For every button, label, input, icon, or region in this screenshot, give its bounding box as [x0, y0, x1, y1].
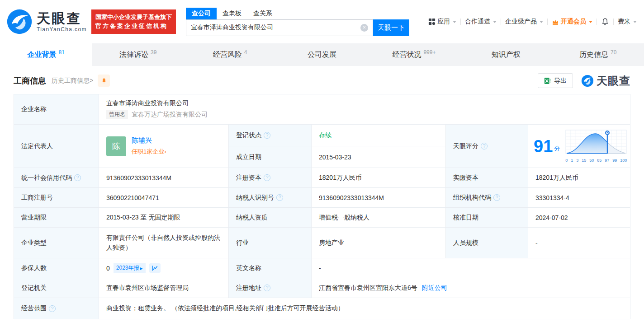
taxpayer-id-value: 91360902333013344M — [312, 188, 446, 208]
nav-enterprise[interactable]: 企业级产品 — [505, 18, 543, 26]
nav-divider — [501, 19, 501, 25]
search-tabs: 查公司 查老板 查关系 — [186, 8, 409, 19]
logo-domain: TianYanCha.com — [37, 26, 87, 33]
taxpayer-quality-value: 增值税一般纳税人 — [312, 208, 446, 228]
legal-rep-value: 陈 陈辅兴 任职1家企业› — [99, 125, 229, 168]
chevron-down-icon — [633, 21, 637, 23]
tab-company-background[interactable]: 企业背景 81 — [0, 43, 92, 66]
nav-notifications[interactable] — [601, 18, 609, 26]
nav-user-label: 费米 — [618, 18, 630, 26]
tab-history-info[interactable]: 历史信息 70 — [552, 43, 644, 66]
est-date-value: 2015-03-23 — [312, 146, 446, 168]
search-tab-boss[interactable]: 查老板 — [217, 8, 247, 19]
company-type-value: 有限责任公司（非自然人投资或控股的法人独资） — [99, 228, 229, 258]
chevron-down-icon — [589, 21, 592, 23]
nav-apps[interactable]: 应用 — [428, 18, 456, 26]
tab-intellectual-property[interactable]: 知识产权 — [460, 43, 552, 66]
tick: 3 — [576, 158, 578, 163]
org-code-value: 33301334-4 — [528, 188, 630, 208]
monitor-bell-button[interactable] — [98, 75, 110, 87]
tab-operation-risk[interactable]: 经营风险 4 — [184, 43, 276, 66]
tab-count: 39 — [151, 49, 156, 56]
tianyancha-logo-icon — [6, 9, 33, 35]
history-link-label: 历史工商信息 — [52, 77, 90, 84]
label-text: 成立日期 — [236, 153, 261, 161]
tab-count: 4 — [244, 49, 247, 56]
search-input-wrap: × — [186, 19, 373, 36]
help-icon[interactable]: ? — [74, 174, 81, 181]
label-text: 企业名称 — [21, 105, 47, 113]
logo-wordmark: 天眼查 TianYanCha.com — [37, 11, 87, 33]
search-tab-relation[interactable]: 查关系 — [247, 8, 278, 19]
tab-label: 企业背景 — [28, 50, 57, 60]
label-text: 实缴资本 — [453, 174, 478, 182]
trend-chart-button[interactable] — [149, 263, 161, 273]
tab-count: 81 — [59, 49, 65, 56]
nav-partner[interactable]: 合作通道 — [465, 18, 497, 26]
help-icon[interactable]: ? — [49, 305, 56, 312]
nav-partner-label: 合作通道 — [465, 18, 490, 26]
label-text: 核准日期 — [453, 214, 478, 222]
tab-legal-litigation[interactable]: 法律诉讼 39 — [92, 43, 184, 66]
help-icon[interactable]: ? — [276, 194, 283, 201]
business-term-label: 营业期限 — [14, 208, 99, 228]
annual-report-label: 2023年报 — [116, 264, 139, 272]
insured-count-value: 0 2023年报▸ — [99, 258, 229, 278]
reg-capital-value: 18201万人民币 — [312, 168, 446, 188]
company-type-label: 企业类型 — [14, 228, 99, 258]
score-unit: 分 — [554, 145, 560, 153]
clear-search-icon[interactable]: × — [360, 24, 368, 32]
section-header: 工商信息 历史工商信息> 导出 天眼查 — [0, 66, 644, 94]
tianyancha-logo[interactable]: 天眼查 TianYanCha.com — [6, 9, 87, 35]
chevron-right-icon: > — [90, 77, 93, 84]
watermark-text: 天眼查 — [597, 74, 630, 88]
search-area: 查公司 查老板 查关系 × 天眼一下 — [186, 8, 409, 36]
tab-label: 历史信息 — [579, 50, 608, 60]
label-text: 经营范围 — [21, 304, 47, 313]
help-icon[interactable]: ? — [264, 174, 270, 181]
tab-company-development[interactable]: 公司发展 — [276, 43, 368, 66]
reg-status-label: 登记状态 ? — [229, 125, 312, 146]
label-text: 纳税人识别号 — [236, 194, 274, 202]
legal-rep-avatar[interactable]: 陈 — [106, 136, 126, 156]
paid-capital-label: 实缴资本 — [446, 168, 528, 188]
chevron-right-icon: › — [164, 148, 166, 155]
reg-authority-value: 宜春市袁州区市场监督管理局 — [99, 278, 229, 298]
tianyancha-watermark: 天眼查 — [581, 74, 630, 88]
tick: 85 — [597, 158, 601, 163]
label-text: 参保人数 — [21, 264, 47, 272]
search-input[interactable] — [191, 24, 360, 31]
credit-code-label: 统一社会信用代码 ? — [14, 168, 99, 188]
section-title: 工商信息 — [14, 75, 46, 86]
legal-rep-label: 法定代表人 — [14, 125, 99, 168]
tab-operation-status[interactable]: 经营状况 999+ — [368, 43, 460, 66]
tick: 50 — [589, 158, 594, 163]
nearby-companies-link[interactable]: 附近公司 — [422, 284, 447, 292]
nav-divider — [460, 19, 461, 25]
company-name-label: 企业名称 — [14, 94, 99, 125]
certification-badge-line2: 官方备案企业征信机构 — [95, 22, 172, 31]
certification-badge: 国家中小企业发展子基金旗下 官方备案企业征信机构 — [91, 9, 176, 34]
history-business-info-link[interactable]: 历史工商信息> — [52, 77, 93, 85]
approval-date-value: 2024-07-02 — [528, 208, 630, 228]
help-icon[interactable]: ? — [264, 132, 270, 139]
nav-user[interactable]: 费米 — [618, 18, 637, 26]
insured-count-label: 参保人数 — [14, 258, 99, 278]
help-icon[interactable]: ? — [264, 285, 270, 291]
credit-code-value: 91360902333013344M — [99, 168, 229, 188]
company-name: 宜春市泽涛商业投资有限公司 — [106, 99, 189, 107]
annual-report-link[interactable]: 2023年报▸ — [114, 263, 146, 273]
nav-vip[interactable]: 开通会员 — [552, 18, 592, 26]
help-icon[interactable]: ? — [481, 143, 488, 149]
help-icon[interactable]: ? — [493, 194, 500, 201]
page-tab-bar: 企业背景 81 法律诉讼 39 经营风险 4 公司发展 经营状况 999+ 知识… — [0, 43, 644, 66]
search-tab-company[interactable]: 查公司 — [186, 8, 217, 19]
score-distribution-chart: 0 1 3 15 50 85 97 99 100 — [565, 130, 627, 163]
search-button[interactable]: 天眼一下 — [373, 19, 409, 36]
legal-rep-employment-link[interactable]: 任职1家企业› — [132, 148, 166, 156]
tab-label: 公司发展 — [308, 50, 336, 60]
legal-rep-name-link[interactable]: 陈辅兴 — [132, 136, 166, 145]
score-label: 天眼评分 ? — [446, 125, 528, 168]
label-text: 登记状态 — [236, 131, 261, 140]
export-button[interactable]: 导出 — [538, 73, 573, 88]
